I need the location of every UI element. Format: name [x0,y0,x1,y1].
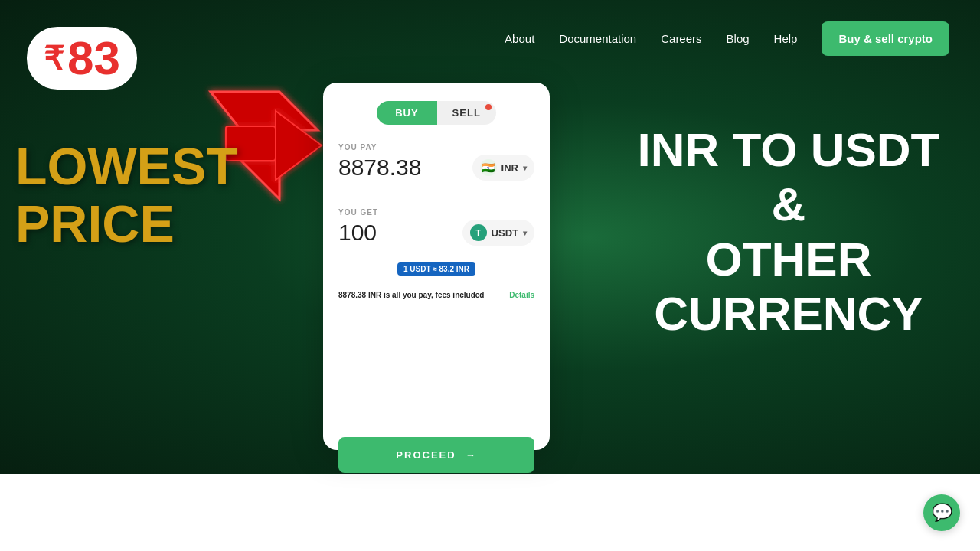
you-get-value: 100 [338,220,377,246]
usdt-chevron: ▾ [523,229,527,237]
chat-icon: 💬 [932,503,952,523]
usdt-selector[interactable]: T USDT ▾ [462,220,534,246]
inr-label: INR [501,162,518,174]
nav-documentation[interactable]: Documentation [559,32,636,45]
nav-links: About Documentation Careers Blog Help Bu… [505,21,949,56]
inr-chevron: ▾ [523,164,527,172]
proceed-arrow: → [466,449,477,461]
nav-careers[interactable]: Careers [661,32,701,45]
you-get-row: 100 T USDT ▾ [338,220,534,246]
inr-selector[interactable]: 🇮🇳 INR ▾ [472,155,534,181]
nav-help[interactable]: Help [774,32,798,45]
you-pay-row: 8878.38 🇮🇳 INR ▾ [338,155,534,181]
chat-button[interactable]: 💬 [923,494,960,531]
card-tabs: BUY SELL [338,101,534,125]
right-line3: OTHER [612,232,965,286]
you-pay-value: 8878.38 [338,155,421,181]
buy-sell-cta-button[interactable]: Buy & sell crypto [822,21,949,56]
details-link[interactable]: Details [509,291,534,299]
buy-tab[interactable]: BUY [377,101,436,125]
sell-tab[interactable]: SELL [437,101,496,125]
bottom-white-area [0,474,980,551]
usdt-icon: T [470,224,487,241]
right-line4: CURRENCY [612,286,965,341]
inr-flag: 🇮🇳 [480,159,497,176]
proceed-label: PROCEED [396,449,456,461]
rate-pill: 1 USDT ≈ 83.2 INR [397,262,475,276]
exchange-card: BUY SELL YOU PAY 8878.38 🇮🇳 INR ▾ YOU GE… [323,83,550,450]
proceed-button[interactable]: PROCEED → [338,437,534,473]
sell-dot [485,104,492,110]
nav-about[interactable]: About [505,32,534,45]
you-get-label: YOU GET [338,208,534,217]
fee-suffix: is all you pay, fees included [384,291,485,299]
you-pay-label: YOU PAY [338,143,534,152]
right-line2: & [612,177,965,231]
fee-text: 8878.38 INR is all you pay, fees include… [338,291,484,299]
nav-blog[interactable]: Blog [727,32,750,45]
right-line1: INR TO USDT [612,122,965,177]
lowest-price-text: LOWEST PRICE [15,138,238,253]
usdt-label: USDT [492,227,518,239]
navbar: About Documentation Careers Blog Help Bu… [0,0,980,77]
fee-row: 8878.38 INR is all you pay, fees include… [338,291,534,299]
right-heading: INR TO USDT & OTHER CURRENCY [612,122,965,341]
